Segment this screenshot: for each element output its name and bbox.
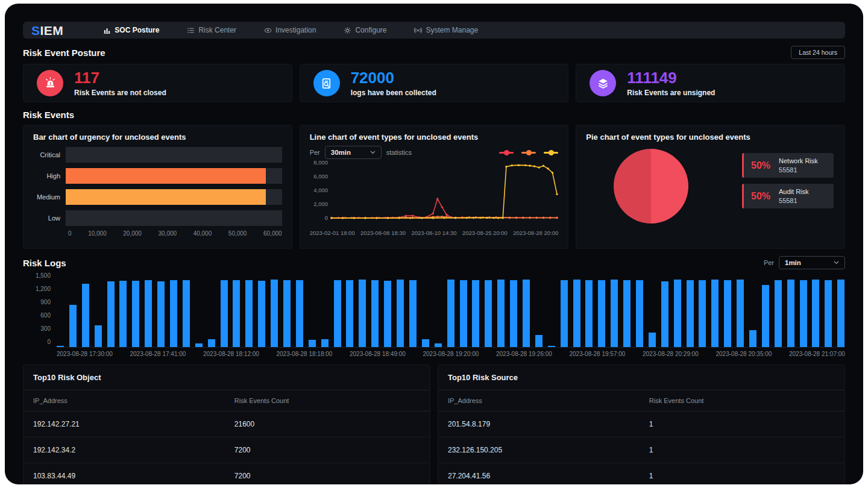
axis-tick-label: 1,500 bbox=[36, 273, 51, 279]
stat-text: 72000 logs have been collected bbox=[351, 70, 436, 97]
point-series-yellow bbox=[473, 217, 474, 219]
nav-item-soc-posture[interactable]: SOC Posture bbox=[103, 26, 159, 34]
top10-risk-source-table: Top10 Risk Source IP_Address Risk Events… bbox=[438, 364, 845, 484]
legend-name: Network Risk bbox=[779, 157, 818, 164]
top10-tables-row: Top10 Risk Object IP_Address Risk Events… bbox=[23, 364, 845, 484]
table-row: 27.204.41.561 bbox=[438, 463, 844, 484]
log-bar bbox=[724, 280, 731, 347]
nav-item-risk-center[interactable]: Risk Center bbox=[187, 26, 236, 34]
point-series-yellow bbox=[421, 217, 423, 219]
log-bar bbox=[69, 305, 77, 347]
axis-tick-label: 600 bbox=[40, 313, 51, 319]
axis-tick-label: 2023-08-08 18:30 bbox=[360, 230, 406, 236]
legend-text: Audit Risk 55581 bbox=[779, 188, 809, 204]
nav-item-system-manage[interactable]: System Manage bbox=[414, 26, 478, 34]
nav-items: SOC Posture Risk Center Investigation Co… bbox=[103, 26, 478, 34]
point-series-yellow bbox=[386, 217, 388, 219]
nav-label: System Manage bbox=[426, 26, 478, 34]
urgency-bar-track bbox=[66, 210, 282, 226]
axis-tick-label: 50,000 bbox=[228, 230, 247, 237]
log-bar bbox=[145, 280, 152, 347]
axis-tick-label: 60,000 bbox=[263, 230, 282, 237]
legend-dot bbox=[549, 150, 554, 155]
line-legend bbox=[499, 150, 558, 155]
axis-tick-label: 2023-08-25 20:00 bbox=[462, 230, 508, 236]
point-series-orange bbox=[529, 217, 530, 219]
table-row: 103.83.44.497200 bbox=[24, 463, 430, 484]
point-series-orange bbox=[441, 216, 442, 217]
legend-dot bbox=[526, 150, 532, 155]
risk-events-count-cell: 21600 bbox=[234, 420, 420, 428]
point-series-yellow bbox=[364, 217, 366, 219]
point-series-yellow bbox=[542, 165, 544, 167]
axis-tick-label: 2023-08-28 17:30:00 bbox=[57, 351, 113, 357]
log-bar bbox=[585, 280, 593, 347]
log-bar bbox=[245, 280, 253, 347]
table-row: 192.142.27.2121600 bbox=[24, 411, 430, 437]
legend-name: Audit Risk bbox=[779, 188, 809, 195]
point-series-yellow bbox=[505, 166, 507, 167]
nav-item-configure[interactable]: Configure bbox=[344, 26, 386, 34]
risk-events-section-header: Risk Events bbox=[23, 110, 845, 120]
line-series-red bbox=[332, 199, 557, 218]
urgency-x-axis: 010,00020,00030,00040,00050,00060,000 bbox=[68, 230, 282, 237]
logo-rest: IEM bbox=[40, 23, 64, 37]
column-header-count: Risk Events Count bbox=[234, 397, 420, 404]
log-bar bbox=[170, 280, 177, 347]
dashboard-frame: SIEM SOC Posture Risk Center Investigati… bbox=[5, 4, 863, 484]
interval-value: 30min bbox=[331, 149, 351, 156]
risk-logs-chart: 1,5001,2009006003000 2023-08-28 17:30:00… bbox=[23, 275, 845, 357]
point-series-orange bbox=[522, 217, 524, 219]
log-bar bbox=[371, 280, 379, 347]
axis-tick-label: 8,000 bbox=[313, 159, 328, 166]
pie-chart-panel: Pie chart of event types for unclosed ev… bbox=[576, 125, 845, 249]
point-series-orange bbox=[515, 217, 517, 219]
point-series-yellow bbox=[443, 217, 445, 219]
log-bar bbox=[57, 346, 64, 347]
axis-tick-label: 4,000 bbox=[313, 187, 328, 193]
point-series-yellow bbox=[376, 217, 377, 219]
log-bar bbox=[119, 281, 127, 347]
column-header-ip: IP_Address bbox=[33, 397, 234, 404]
log-bar bbox=[699, 280, 706, 347]
ip-address-cell: 192.142.27.21 bbox=[33, 420, 234, 428]
log-bar bbox=[283, 280, 291, 347]
log-bar bbox=[334, 280, 341, 347]
point-series-red bbox=[436, 198, 438, 199]
log-bar bbox=[472, 280, 479, 347]
pie-legend: 50% Network Risk 55581 50% Audit Risk 55… bbox=[742, 153, 834, 208]
risk-logs-title: Risk Logs bbox=[23, 258, 66, 268]
logs-interval-select[interactable]: 1min bbox=[779, 256, 845, 269]
log-bar bbox=[321, 339, 329, 347]
urgency-bar-fill bbox=[66, 168, 266, 184]
log-bar bbox=[271, 280, 278, 347]
point-series-yellow bbox=[409, 217, 411, 219]
line-chart-controls: Per 30min statistics bbox=[310, 146, 559, 159]
log-bar bbox=[485, 280, 492, 347]
stat-value: 117 bbox=[74, 70, 166, 86]
table-title: Top10 Risk Object bbox=[24, 365, 430, 390]
log-bar bbox=[497, 280, 505, 347]
nav-item-investigation[interactable]: Investigation bbox=[264, 26, 316, 34]
legend-percent: 50% bbox=[751, 191, 770, 202]
pie-chart-title: Pie chart of event types for unclosed ev… bbox=[586, 133, 835, 142]
nav-label: Risk Center bbox=[198, 26, 236, 34]
urgency-bar-fill bbox=[66, 189, 266, 205]
gear-icon bbox=[344, 27, 351, 34]
urgency-category-label: Medium bbox=[33, 193, 66, 201]
risk-logs-section-header: Risk Logs Per 1min bbox=[23, 256, 845, 269]
log-bar bbox=[359, 280, 366, 347]
stat-card-unsigned-events: 111149 Risk Events are unsigned bbox=[576, 64, 845, 102]
table-header: IP_Address Risk Events Count bbox=[24, 390, 430, 411]
point-series-orange bbox=[436, 216, 438, 217]
interval-select[interactable]: 30min bbox=[325, 146, 382, 159]
log-bar bbox=[825, 280, 832, 347]
ip-address-cell: 27.204.41.56 bbox=[448, 472, 649, 480]
stat-text: 111149 Risk Events are unsigned bbox=[627, 70, 715, 97]
log-bar bbox=[787, 280, 794, 347]
time-range-button[interactable]: Last 24 hours bbox=[791, 46, 845, 59]
log-bar bbox=[800, 280, 807, 347]
urgency-bar-track bbox=[66, 189, 282, 205]
axis-tick-label: 2023-08-10 14:30 bbox=[411, 230, 456, 236]
eye-icon bbox=[264, 27, 272, 34]
